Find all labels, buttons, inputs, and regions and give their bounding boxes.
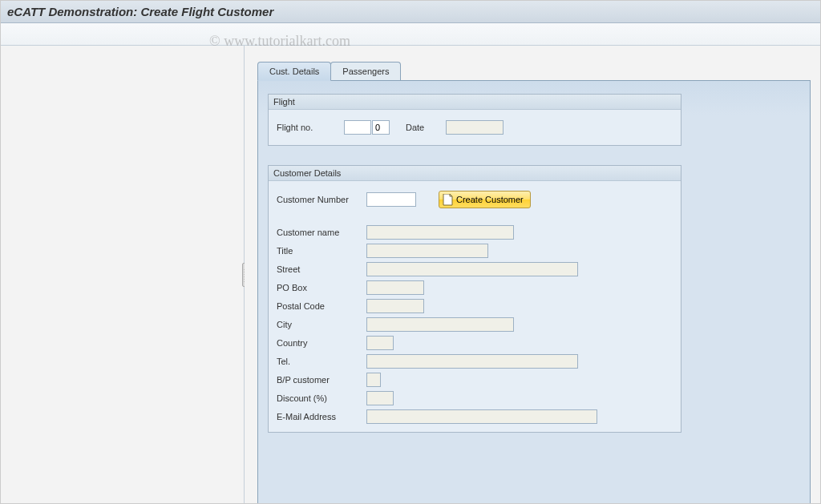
row-city: City: [277, 315, 673, 333]
label-flight-no: Flight no.: [277, 123, 344, 132]
tab-strip: Cust. DetailsPassengers: [257, 62, 820, 81]
tab-body-cust-details: Flight Flight no. Date Customer Details: [257, 80, 811, 504]
toolbar: [1, 23, 820, 46]
row-customer-name: Customer name: [277, 223, 673, 241]
window-title: eCATT Demonstration: Create Flight Custo…: [1, 1, 820, 23]
row-title: Title: [277, 241, 673, 260]
label-bp-customer: B/P customer: [277, 375, 366, 385]
input-date[interactable]: [446, 120, 504, 135]
label-email: E-Mail Address: [277, 412, 366, 421]
content-area: · ·· ·· · Cust. DetailsPassengers Flight…: [1, 46, 820, 503]
input-customer-name[interactable]: [366, 225, 514, 240]
group-customer-title: Customer Details: [269, 166, 681, 181]
row-discount: Discount (%): [277, 389, 673, 407]
label-tel: Tel.: [277, 357, 366, 366]
row-street: Street: [277, 260, 673, 278]
create-customer-button-label: Create Customer: [456, 195, 524, 204]
input-street[interactable]: [366, 262, 578, 276]
input-country[interactable]: [366, 336, 394, 350]
label-country: Country: [277, 338, 366, 348]
input-flight-no-2[interactable]: [372, 120, 390, 135]
document-icon: [443, 194, 453, 206]
label-street: Street: [277, 264, 366, 274]
row-postal-code: Postal Code: [277, 296, 673, 315]
input-flight-no-1[interactable]: [344, 120, 371, 135]
tab-container: Cust. DetailsPassengers Flight Flight no…: [257, 62, 820, 504]
input-title[interactable]: [366, 244, 488, 258]
input-pobox[interactable]: [366, 280, 424, 295]
input-postal-code[interactable]: [366, 299, 424, 313]
group-flight-title: Flight: [269, 95, 681, 110]
input-customer-number[interactable]: [366, 192, 416, 207]
input-tel[interactable]: [366, 354, 578, 369]
row-customer-number: Customer Number Create Customer: [277, 187, 673, 212]
group-flight: Flight Flight no. Date: [268, 94, 681, 146]
row-bp-customer: B/P customer: [277, 370, 673, 389]
left-pane: [1, 46, 245, 503]
label-discount: Discount (%): [277, 393, 366, 403]
input-email[interactable]: [366, 409, 597, 424]
row-email: E-Mail Address: [277, 407, 673, 425]
create-customer-button[interactable]: Create Customer: [439, 191, 531, 208]
input-discount[interactable]: [366, 391, 394, 405]
main-pane: Cust. DetailsPassengers Flight Flight no…: [245, 46, 820, 503]
row-pobox: PO Box: [277, 278, 673, 296]
label-customer-name: Customer name: [277, 228, 366, 237]
label-city: City: [277, 320, 366, 329]
label-date: Date: [406, 123, 446, 132]
row-country: Country: [277, 333, 673, 352]
label-title: Title: [277, 246, 366, 256]
label-pobox: PO Box: [277, 283, 366, 292]
label-customer-number: Customer Number: [277, 195, 366, 204]
group-customer-details: Customer Details Customer Number: [268, 165, 681, 433]
label-postal-code: Postal Code: [277, 301, 366, 311]
tab-cust-details[interactable]: Cust. Details: [257, 62, 331, 81]
row-flight-no: Flight no. Date: [277, 116, 673, 139]
input-city[interactable]: [366, 317, 514, 332]
input-bp-customer[interactable]: [366, 373, 381, 387]
row-tel: Tel.: [277, 352, 673, 370]
tab-passengers[interactable]: Passengers: [330, 62, 401, 81]
